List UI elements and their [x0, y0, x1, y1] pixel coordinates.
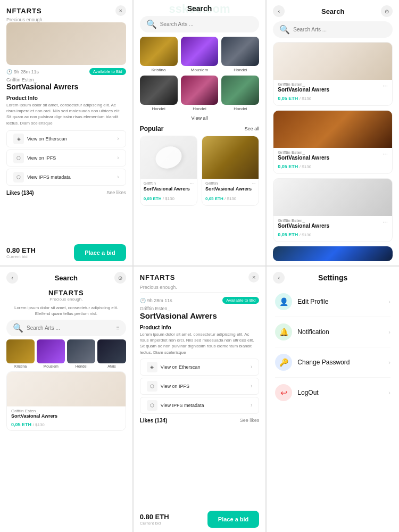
artist-card-hondei[interactable]: Hondei	[221, 37, 259, 72]
artist-name-5: Grifftin Esten_	[134, 305, 266, 311]
popular-header: Popular See all	[134, 124, 266, 136]
close-button-5[interactable]: ×	[248, 272, 259, 282]
nft-result-3[interactable]: Grifftin Esten_ SortVasional Awrers 0,05…	[273, 178, 393, 242]
top-bar: NFTARTS ×	[0, 0, 132, 18]
panel-search-top-right: ‹ Search ⊙ 🔍 Grifftin Esten_ SortVasiona…	[267, 0, 399, 265]
action-etherscan-label-5: View on Etherscan	[161, 364, 201, 370]
qr-button-4[interactable]: ⊙	[114, 272, 126, 284]
meta-time: 🕐 9h 28m 11s	[6, 69, 39, 74]
bid-footer-5: 0.80 ETH Current bid Place a bid	[134, 508, 266, 532]
search-input[interactable]	[160, 21, 253, 27]
app-title: NFTARTS	[6, 7, 42, 15]
artist-card-4-mouslem[interactable]: Mouslem	[37, 339, 65, 368]
place-bid-button-5[interactable]: Place a bid	[207, 511, 259, 528]
action-ipfs[interactable]: ⬡ View on IPFS ›	[6, 149, 126, 167]
search-icon: 🔍	[146, 19, 157, 29]
change-password-arrow: ›	[388, 359, 390, 365]
app-brand-4: NFTARTS	[0, 289, 132, 297]
artist-card-hondei4[interactable]: Hondei	[221, 76, 259, 111]
artist-card-hondei2[interactable]: Hondei	[140, 76, 178, 111]
artist-thumb-4-atais	[97, 339, 126, 363]
settings-edit-profile[interactable]: 👤 Edit Profile ›	[267, 288, 399, 315]
artist-card-kristina[interactable]: Kristina	[140, 37, 178, 72]
see-likes-link-5[interactable]: See likes	[240, 418, 260, 423]
app-brand-section: NFTARTS	[6, 7, 42, 15]
action-ipfs-meta-5[interactable]: ⬡ View IPFS metadata ›	[140, 397, 260, 414]
app-tagline-4: Precious enough.	[0, 297, 132, 302]
search-input-2[interactable]	[293, 27, 386, 32]
ipfs-icon-5: ⬡	[147, 381, 157, 392]
nft-result-eth-1: 0,05 ETH	[278, 96, 300, 101]
search-input-3[interactable]	[27, 325, 113, 331]
dots-menu-2[interactable]: ···	[252, 181, 256, 186]
action-ipfs-meta[interactable]: ⬡ View IPFS metadata ›	[6, 169, 126, 186]
see-likes-link[interactable]: See likes	[106, 190, 126, 195]
close-button[interactable]: ×	[115, 5, 126, 16]
settings-logout[interactable]: ↩ LogOut ›	[267, 379, 399, 406]
search-bar-3[interactable]: 🔍 ≡	[6, 320, 126, 336]
settings-title: Settings	[318, 273, 347, 282]
artist-card-4-atais[interactable]: Atais	[97, 339, 126, 368]
nft-card-1[interactable]: Grifftin ··· SortVasional Awrers 0,05 ET…	[140, 136, 197, 206]
artist-card-4-hondei[interactable]: Hondei	[67, 339, 95, 368]
dots-menu-r1[interactable]: ···	[383, 82, 388, 89]
nft-result-usd-3: / $130	[300, 232, 311, 237]
dots-menu-r3[interactable]: ···	[383, 218, 388, 226]
panel-search-top-middle: sskoo.com Search 🔍 Kristina Mouslem Hond…	[134, 0, 266, 265]
view-all-link[interactable]: View all	[134, 114, 266, 124]
place-bid-button[interactable]: Place a bid	[74, 244, 126, 261]
panel-search-bottom-left: ‹ Search ⊙ NFTARTS Precious enough. Lore…	[0, 267, 132, 532]
artist-name-hondei3: Hondei	[193, 106, 206, 111]
description-4: Lorem ipsum dolor sit amet, consectetur …	[0, 304, 132, 320]
search-bar-2[interactable]: 🔍	[273, 21, 393, 38]
nft-result-body-1: Grifftin Esten_ SortVasional Awrers 0,05…	[273, 80, 392, 105]
back-button-4[interactable]: ‹	[6, 272, 18, 284]
likes-row: Likes (134) See likes	[0, 187, 132, 197]
artist-card-4-kristina[interactable]: Kristina	[6, 339, 35, 368]
back-button[interactable]: ‹	[273, 5, 285, 17]
nft-result-card-4[interactable]: Grifftin Esten_ SortVasional Awrers 0,05…	[6, 371, 126, 431]
artist-card-mouslem[interactable]: Mouslem	[181, 37, 219, 72]
qr-button[interactable]: ⊙	[381, 5, 393, 17]
header-row: ‹ Search ⊙	[0, 267, 132, 287]
arrow-right-5b: ›	[251, 383, 252, 389]
edit-profile-arrow: ›	[388, 298, 390, 305]
search-bar[interactable]: 🔍	[140, 16, 260, 32]
meta-time-5: 🕐 9h 28m 11s	[140, 298, 172, 303]
app-title-section: NFTARTS Precious enough.	[0, 287, 132, 304]
filter-icon[interactable]: ≡	[117, 325, 120, 331]
bid-info-5: 0.80 ETH Current bid	[140, 513, 169, 526]
logout-label: LogOut	[297, 389, 318, 396]
action-etherscan-label: View on Etherscan	[27, 136, 67, 142]
settings-notification[interactable]: 🔔 Notification ›	[267, 318, 399, 346]
dots-menu-1[interactable]: ···	[190, 181, 194, 186]
app-subtitle-5: Precious enough.	[134, 285, 266, 290]
meta-row-5: 🕐 9h 28m 11s Available to Bid	[134, 295, 266, 305]
settings-change-password[interactable]: 🔑 Change Password ›	[267, 348, 399, 376]
search-title: Search	[321, 7, 344, 15]
see-all-link[interactable]: See all	[245, 126, 260, 131]
nft-result-2[interactable]: Grifftin Esten_ SortVasional Awrers 0,05…	[273, 110, 393, 174]
nft-result-4[interactable]	[273, 246, 393, 261]
action-ipfs-label-5: View on IPFS	[161, 384, 189, 389]
artist-thumb-hondei4	[221, 76, 259, 105]
action-ipfs-5[interactable]: ⬡ View on IPFS ›	[140, 378, 260, 395]
nft-card-2[interactable]: Grifftin ··· SortVasional Awrers 0,05 ET…	[202, 136, 259, 206]
search-icon-3: 🔍	[13, 323, 23, 333]
clock-icon: 🕐	[6, 69, 12, 74]
arrow-right-5a: ›	[251, 364, 252, 370]
back-button-6[interactable]: ‹	[273, 272, 285, 284]
artist-card-hondei3[interactable]: Hondei	[181, 76, 219, 111]
nft-result-1[interactable]: Grifftin Esten_ SortVasional Awrers 0,05…	[273, 42, 393, 106]
nft-result-image-3	[273, 179, 392, 216]
nft-result-name-4: SortVasional Awrers	[11, 413, 57, 419]
nft-result-artist-4: Grifftin Esten_	[11, 409, 57, 413]
arrow-right-icon-3: ›	[117, 174, 119, 180]
action-etherscan-5[interactable]: ◈ View on Etherscan ›	[140, 359, 260, 376]
action-etherscan[interactable]: ◈ View on Etherscan ›	[6, 130, 126, 147]
etherscan-icon: ◈	[13, 134, 24, 144]
ipfs-meta-icon: ⬡	[13, 172, 24, 182]
artist-name: Grifftin Esten_	[0, 76, 132, 82]
dots-menu-r2[interactable]: ···	[383, 150, 388, 157]
nft-result-name-1: SortVasional Awrers	[278, 87, 329, 93]
